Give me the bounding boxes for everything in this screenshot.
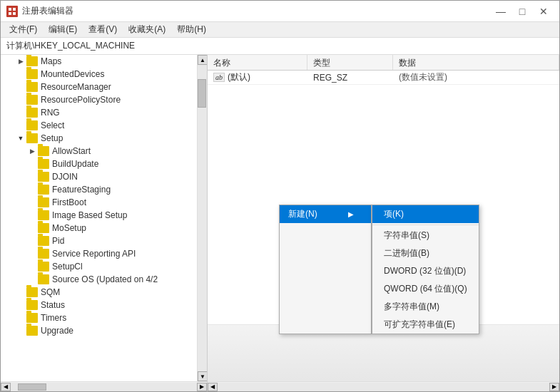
arrow-pid: [26, 235, 38, 247]
tree-label-build-update: BuildUpdate: [52, 159, 98, 169]
detail-h-scrollbar[interactable]: ◀ ▶: [208, 381, 559, 391]
tree-item-setup[interactable]: ▼ Setup: [1, 132, 207, 145]
tree-item-resource-manager[interactable]: ResourceManager: [1, 81, 207, 93]
tree-item-sqm[interactable]: SQM: [1, 286, 207, 299]
app-icon: [6, 6, 18, 17]
folder-icon-pid: [38, 236, 49, 246]
detail-scroll-track: [218, 383, 549, 391]
context-menu-container: 新建(N) ▶ 项(K) 字符串值(S) 二进制值(B) DWORD (32 位…: [279, 205, 479, 334]
folder-icon-feature-staging: [38, 185, 49, 195]
folder-icon-djoin: [38, 172, 49, 182]
menu-help[interactable]: 帮助(H): [171, 22, 212, 37]
ctx-item-new[interactable]: 新建(N) ▶: [280, 205, 371, 223]
scroll-left-btn[interactable]: ◀: [1, 383, 11, 391]
tree-label-pid: Pid: [52, 236, 64, 246]
arrow-source-os: [26, 274, 38, 285]
table-header: 名称 类型 数据: [208, 55, 559, 71]
tree-label-image-based-setup: Image Based Setup: [52, 210, 127, 220]
tree-item-mounted-devices[interactable]: MountedDevices: [1, 68, 207, 81]
arrow-mosetup: [26, 222, 38, 234]
submenu-item-binary[interactable]: 二进制值(B): [372, 244, 479, 262]
window-title: 注册表编辑器: [22, 5, 73, 17]
scroll-right-btn[interactable]: ▶: [197, 383, 207, 391]
ab-icon: ab: [213, 73, 225, 82]
submenu-item-qword[interactable]: QWORD (64 位值)(Q): [372, 280, 479, 298]
arrow-sqm: [15, 287, 26, 298]
tree-label-setup: Setup: [41, 133, 63, 143]
menu-view[interactable]: 查看(V): [83, 22, 123, 37]
tree-item-feature-staging[interactable]: FeatureStaging: [1, 183, 207, 196]
tree-label-timers: Timers: [41, 313, 66, 323]
submenu-item-dword[interactable]: DWORD (32 位值)(D): [372, 262, 479, 280]
folder-icon-setup: [26, 133, 38, 143]
th-data: 数据: [393, 55, 559, 70]
folder-icon-source-os: [38, 274, 49, 284]
address-bar: 计算机\HKEY_LOCAL_MACHINE: [1, 38, 559, 55]
arrow-build-update: [26, 158, 38, 170]
menu-file[interactable]: 文件(F): [4, 22, 43, 37]
arrow-rng: [15, 107, 26, 118]
arrow-timers: [15, 312, 26, 324]
arrow-feature-staging: [26, 184, 38, 195]
tree-item-maps[interactable]: ▶ Maps: [1, 55, 207, 68]
submenu-item-string[interactable]: 字符串值(S): [372, 227, 479, 244]
tree-item-resource-policy[interactable]: ResourcePolicyStore: [1, 93, 207, 106]
tree-item-source-os[interactable]: Source OS (Updated on 4/2: [1, 273, 207, 286]
tree-item-status[interactable]: Status: [1, 299, 207, 311]
folder-icon-sqm: [26, 287, 38, 297]
scroll-down-btn[interactable]: ▼: [198, 371, 208, 381]
submenu-item-multistring[interactable]: 多字符串值(M): [372, 298, 479, 316]
tree-label-maps: Maps: [41, 56, 61, 66]
menu-edit[interactable]: 编辑(E): [43, 22, 83, 37]
tree-item-build-update[interactable]: BuildUpdate: [1, 158, 207, 170]
arrow-setup: ▼: [15, 133, 26, 144]
tree-item-setup-cl[interactable]: SetupCl: [1, 260, 207, 273]
address-path: 计算机\HKEY_LOCAL_MACHINE: [6, 40, 135, 52]
tree-item-mosetup[interactable]: MoSetup: [1, 222, 207, 234]
scroll-thumb-v[interactable]: [198, 79, 206, 108]
close-button[interactable]: ✕: [534, 4, 554, 19]
tree-item-djoin[interactable]: DJOIN: [1, 170, 207, 183]
submenu-item-key[interactable]: 项(K): [372, 205, 479, 223]
detail-scroll-right[interactable]: ▶: [549, 383, 559, 391]
tree-label-upgrade: Upgrade: [41, 326, 73, 336]
minimize-button[interactable]: —: [491, 4, 511, 19]
table-row[interactable]: ab (默认) REG_SZ (数值未设置): [208, 71, 559, 85]
tree-item-pid[interactable]: Pid: [1, 234, 207, 247]
arrow-maps: ▶: [15, 56, 26, 67]
tree-item-image-based-setup[interactable]: Image Based Setup: [1, 209, 207, 222]
tree-label-rps: ResourcePolicyStore: [41, 95, 121, 105]
tree-label-mosetup: MoSetup: [52, 223, 86, 233]
detail-scroll-left[interactable]: ◀: [208, 383, 218, 391]
ctx-new-arrow: ▶: [348, 210, 354, 218]
title-buttons: — □ ✕: [491, 4, 554, 19]
maximize-button[interactable]: □: [512, 4, 532, 19]
tree-item-rng[interactable]: RNG: [1, 106, 207, 119]
folder-icon-upgrade: [26, 326, 38, 336]
arrow-upgrade: [15, 325, 26, 336]
tree-item-first-boot[interactable]: FirstBoot: [1, 196, 207, 209]
th-type: 类型: [307, 55, 393, 70]
submenu-item-expandable[interactable]: 可扩充字符串值(E): [372, 316, 479, 334]
folder-icon-allow-start: [38, 146, 49, 156]
tree-item-service-reporting[interactable]: Service Reporting API: [1, 247, 207, 260]
tree-label-sqm: SQM: [41, 287, 60, 297]
vertical-scrollbar[interactable]: ▲ ▼: [197, 55, 207, 381]
folder-icon-image-based-setup: [38, 210, 49, 220]
scroll-thumb-h[interactable]: [18, 383, 46, 391]
arrow-select: [15, 120, 26, 131]
scroll-up-btn[interactable]: ▲: [198, 55, 208, 65]
arrow-rps: [15, 94, 26, 105]
tree-label-source-os: Source OS (Updated on 4/2: [52, 274, 158, 284]
tree-label-allow-start: AllowStart: [52, 146, 91, 156]
tree-item-upgrade[interactable]: Upgrade: [1, 324, 207, 337]
tree-label-first-boot: FirstBoot: [52, 197, 86, 207]
arrow-allow-start: ▶: [26, 145, 38, 157]
tree-panel: ▶ Maps MountedDevices ResourceManager Re…: [1, 55, 208, 391]
tree-item-timers[interactable]: Timers: [1, 311, 207, 324]
folder-icon-mounted: [26, 69, 38, 79]
tree-item-allow-start[interactable]: ▶ AllowStart: [1, 145, 207, 158]
tree-item-select[interactable]: Select: [1, 119, 207, 132]
menu-favorites[interactable]: 收藏夹(A): [123, 22, 171, 37]
horizontal-scrollbar[interactable]: ◀ ▶: [1, 381, 207, 391]
